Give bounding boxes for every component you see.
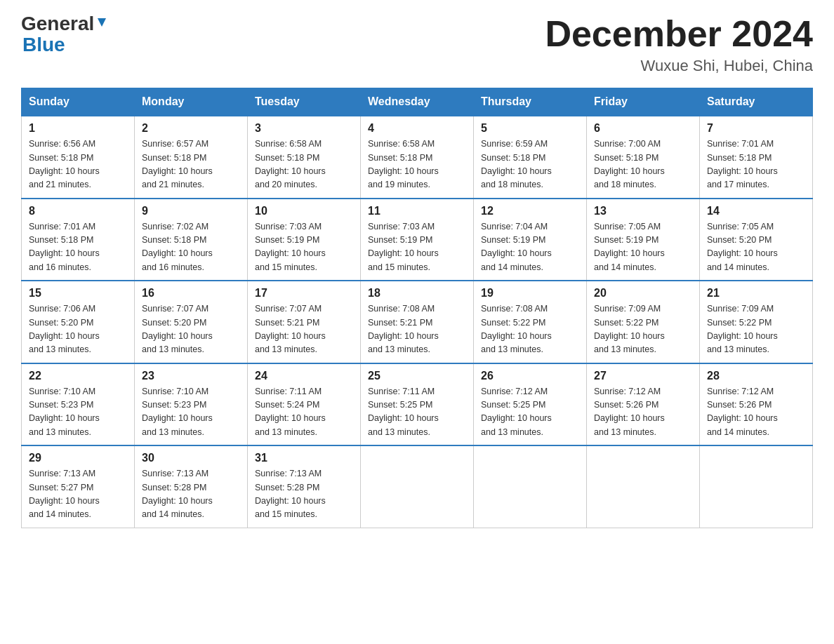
calendar-cell [361,445,474,528]
day-info: Sunrise: 7:08 AMSunset: 5:21 PMDaylight:… [368,302,466,357]
calendar-cell: 2Sunrise: 6:57 AMSunset: 5:18 PMDaylight… [135,116,248,199]
day-info: Sunrise: 7:05 AMSunset: 5:19 PMDaylight:… [594,220,692,275]
day-number: 22 [29,370,127,382]
calendar-week-row: 22Sunrise: 7:10 AMSunset: 5:23 PMDayligh… [22,363,813,446]
title-block: December 2024 Wuxue Shi, Hubei, China [545,14,813,75]
calendar-cell: 5Sunrise: 6:59 AMSunset: 5:18 PMDaylight… [474,116,587,199]
svg-marker-0 [98,18,106,27]
day-number: 25 [368,370,466,382]
logo-general-text: General [21,14,94,34]
calendar-cell: 18Sunrise: 7:08 AMSunset: 5:21 PMDayligh… [361,281,474,363]
calendar-cell: 26Sunrise: 7:12 AMSunset: 5:25 PMDayligh… [474,363,587,446]
day-number: 12 [481,205,579,217]
calendar-body: 1Sunrise: 6:56 AMSunset: 5:18 PMDaylight… [22,116,813,528]
header-cell-wednesday: Wednesday [361,88,474,116]
day-number: 5 [481,122,579,135]
calendar-week-row: 29Sunrise: 7:13 AMSunset: 5:27 PMDayligh… [22,445,813,528]
header-cell-thursday: Thursday [474,88,587,116]
header-cell-monday: Monday [135,88,248,116]
day-number: 31 [255,452,353,464]
day-info: Sunrise: 7:12 AMSunset: 5:25 PMDaylight:… [481,385,579,440]
day-number: 18 [368,287,466,300]
day-number: 3 [255,122,353,135]
day-number: 9 [142,205,240,217]
calendar-cell: 13Sunrise: 7:05 AMSunset: 5:19 PMDayligh… [587,199,700,281]
calendar-week-row: 8Sunrise: 7:01 AMSunset: 5:18 PMDaylight… [22,199,813,281]
calendar-cell [474,445,587,528]
calendar-cell: 29Sunrise: 7:13 AMSunset: 5:27 PMDayligh… [22,445,135,528]
calendar-cell: 30Sunrise: 7:13 AMSunset: 5:28 PMDayligh… [135,445,248,528]
calendar-cell: 28Sunrise: 7:12 AMSunset: 5:26 PMDayligh… [700,363,813,446]
calendar-cell: 23Sunrise: 7:10 AMSunset: 5:23 PMDayligh… [135,363,248,446]
logo-arrow-icon [95,17,108,29]
day-number: 28 [707,370,805,382]
day-info: Sunrise: 7:03 AMSunset: 5:19 PMDaylight:… [255,220,353,275]
day-info: Sunrise: 7:13 AMSunset: 5:28 PMDaylight:… [255,467,353,522]
day-info: Sunrise: 7:04 AMSunset: 5:19 PMDaylight:… [481,220,579,275]
day-info: Sunrise: 7:07 AMSunset: 5:20 PMDaylight:… [142,302,240,357]
calendar-cell: 17Sunrise: 7:07 AMSunset: 5:21 PMDayligh… [248,281,361,363]
calendar-cell: 14Sunrise: 7:05 AMSunset: 5:20 PMDayligh… [700,199,813,281]
day-number: 19 [481,287,579,300]
day-info: Sunrise: 7:01 AMSunset: 5:18 PMDaylight:… [29,220,127,275]
header-row: SundayMondayTuesdayWednesdayThursdayFrid… [22,88,813,116]
calendar-cell: 4Sunrise: 6:58 AMSunset: 5:18 PMDaylight… [361,116,474,199]
logo-blue-text: Blue [22,34,65,55]
calendar-cell: 11Sunrise: 7:03 AMSunset: 5:19 PMDayligh… [361,199,474,281]
day-number: 13 [594,205,692,217]
day-info: Sunrise: 6:57 AMSunset: 5:18 PMDaylight:… [142,137,240,192]
calendar-cell: 27Sunrise: 7:12 AMSunset: 5:26 PMDayligh… [587,363,700,446]
day-info: Sunrise: 7:11 AMSunset: 5:25 PMDaylight:… [368,385,466,440]
day-info: Sunrise: 6:59 AMSunset: 5:18 PMDaylight:… [481,137,579,192]
page-header: General Blue December 2024 Wuxue Shi, Hu… [21,14,813,75]
day-info: Sunrise: 7:03 AMSunset: 5:19 PMDaylight:… [368,220,466,275]
header-cell-saturday: Saturday [700,88,813,116]
logo: General Blue [21,14,108,56]
day-number: 29 [29,452,127,464]
calendar-cell: 15Sunrise: 7:06 AMSunset: 5:20 PMDayligh… [22,281,135,363]
day-number: 23 [142,370,240,382]
header-cell-sunday: Sunday [22,88,135,116]
calendar-cell: 25Sunrise: 7:11 AMSunset: 5:25 PMDayligh… [361,363,474,446]
day-info: Sunrise: 7:09 AMSunset: 5:22 PMDaylight:… [707,302,805,357]
calendar-cell: 21Sunrise: 7:09 AMSunset: 5:22 PMDayligh… [700,281,813,363]
calendar-cell: 19Sunrise: 7:08 AMSunset: 5:22 PMDayligh… [474,281,587,363]
calendar-cell: 7Sunrise: 7:01 AMSunset: 5:18 PMDaylight… [700,116,813,199]
day-number: 14 [707,205,805,217]
day-info: Sunrise: 7:12 AMSunset: 5:26 PMDaylight:… [594,385,692,440]
header-cell-tuesday: Tuesday [248,88,361,116]
day-number: 6 [594,122,692,135]
calendar-cell: 8Sunrise: 7:01 AMSunset: 5:18 PMDaylight… [22,199,135,281]
calendar-cell [587,445,700,528]
calendar-cell: 22Sunrise: 7:10 AMSunset: 5:23 PMDayligh… [22,363,135,446]
day-info: Sunrise: 6:56 AMSunset: 5:18 PMDaylight:… [29,137,127,192]
day-info: Sunrise: 7:07 AMSunset: 5:21 PMDaylight:… [255,302,353,357]
day-info: Sunrise: 7:06 AMSunset: 5:20 PMDaylight:… [29,302,127,357]
day-number: 10 [255,205,353,217]
day-info: Sunrise: 7:10 AMSunset: 5:23 PMDaylight:… [142,385,240,440]
day-number: 20 [594,287,692,300]
calendar-cell: 10Sunrise: 7:03 AMSunset: 5:19 PMDayligh… [248,199,361,281]
calendar-cell: 16Sunrise: 7:07 AMSunset: 5:20 PMDayligh… [135,281,248,363]
calendar-cell: 20Sunrise: 7:09 AMSunset: 5:22 PMDayligh… [587,281,700,363]
day-info: Sunrise: 7:05 AMSunset: 5:20 PMDaylight:… [707,220,805,275]
day-number: 16 [142,287,240,300]
day-info: Sunrise: 6:58 AMSunset: 5:18 PMDaylight:… [368,137,466,192]
calendar-cell: 24Sunrise: 7:11 AMSunset: 5:24 PMDayligh… [248,363,361,446]
day-info: Sunrise: 7:09 AMSunset: 5:22 PMDaylight:… [594,302,692,357]
day-info: Sunrise: 7:12 AMSunset: 5:26 PMDaylight:… [707,385,805,440]
calendar-cell: 12Sunrise: 7:04 AMSunset: 5:19 PMDayligh… [474,199,587,281]
day-number: 7 [707,122,805,135]
day-info: Sunrise: 7:13 AMSunset: 5:27 PMDaylight:… [29,467,127,522]
day-number: 15 [29,287,127,300]
day-info: Sunrise: 7:13 AMSunset: 5:28 PMDaylight:… [142,467,240,522]
calendar-cell: 1Sunrise: 6:56 AMSunset: 5:18 PMDaylight… [22,116,135,199]
calendar-cell: 6Sunrise: 7:00 AMSunset: 5:18 PMDaylight… [587,116,700,199]
day-info: Sunrise: 7:02 AMSunset: 5:18 PMDaylight:… [142,220,240,275]
day-number: 30 [142,452,240,464]
calendar-title: December 2024 [545,14,813,54]
header-cell-friday: Friday [587,88,700,116]
calendar-week-row: 1Sunrise: 6:56 AMSunset: 5:18 PMDaylight… [22,116,813,199]
day-number: 26 [481,370,579,382]
day-number: 24 [255,370,353,382]
